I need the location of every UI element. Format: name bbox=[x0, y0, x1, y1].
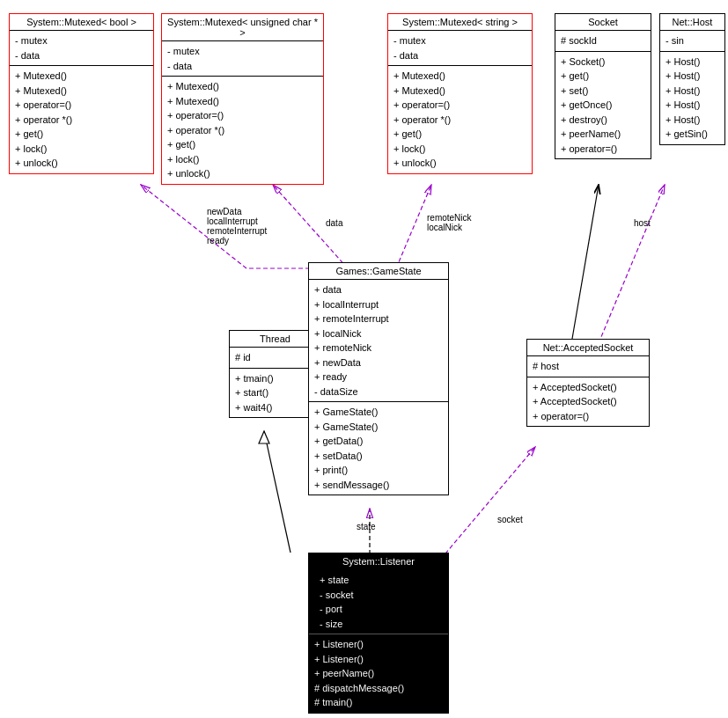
net-host-title: Net::Host bbox=[660, 14, 724, 31]
net-host-fields: - sin bbox=[660, 31, 724, 52]
net-accepted-methods: + AcceptedSocket()+ AcceptedSocket()+ op… bbox=[527, 377, 649, 427]
gamestate-box: Games::GameState + data+ localInterrupt+… bbox=[308, 262, 449, 495]
svg-marker-10 bbox=[259, 431, 269, 443]
listener-title: System::Listener bbox=[309, 553, 448, 570]
gamestate-fields: + data+ localInterrupt+ remoteInterrupt+… bbox=[309, 280, 448, 402]
label-state: state bbox=[357, 522, 376, 531]
svg-line-7 bbox=[572, 185, 599, 339]
gamestate-title: Games::GameState bbox=[309, 263, 448, 280]
svg-line-8 bbox=[599, 185, 665, 343]
thread-methods: + tmain()+ start()+ wait4() bbox=[230, 369, 320, 418]
mutexed-uchar-fields: - mutex- data bbox=[162, 41, 323, 77]
label-newdata: newDatalocalInterruptremoteInterruptread… bbox=[207, 207, 267, 245]
mutexed-string-box: System::Mutexed< string > - mutex- data … bbox=[387, 13, 533, 174]
mutexed-bool-fields: - mutex- data bbox=[10, 31, 153, 66]
uml-diagram: System::Mutexed< bool > - mutex- data + … bbox=[0, 0, 728, 718]
listener-box: System::Listener + state - socket - port… bbox=[308, 553, 449, 714]
socket-methods: + Socket()+ get()+ set()+ getOnce()+ des… bbox=[555, 52, 651, 159]
socket-title: Socket bbox=[555, 14, 651, 31]
thread-title: Thread bbox=[230, 331, 320, 348]
label-remotenick: remoteNicklocalNick bbox=[427, 213, 472, 232]
listener-methods: + Listener()+ Listener()+ peerName()# di… bbox=[309, 634, 448, 713]
svg-line-3 bbox=[396, 185, 431, 268]
svg-line-9 bbox=[264, 431, 290, 553]
net-host-methods: + Host()+ Host()+ Host()+ Host()+ Host()… bbox=[660, 52, 724, 144]
mutexed-bool-title: System::Mutexed< bool > bbox=[10, 14, 153, 31]
thread-fields: # id bbox=[230, 348, 320, 369]
mutexed-uchar-methods: + Mutexed()+ Mutexed()+ operator=()+ ope… bbox=[162, 77, 323, 184]
mutexed-bool-methods: + Mutexed()+ Mutexed()+ operator=()+ ope… bbox=[10, 66, 153, 173]
socket-fields: # sockId bbox=[555, 31, 651, 52]
mutexed-string-title: System::Mutexed< string > bbox=[388, 14, 532, 31]
mutexed-bool-box: System::Mutexed< bool > - mutex- data + … bbox=[9, 13, 154, 174]
mutexed-uchar-title: System::Mutexed< unsigned char * > bbox=[162, 14, 323, 41]
label-data: data bbox=[326, 218, 342, 228]
listener-fields: + state - socket - port - size bbox=[309, 570, 448, 634]
label-socket: socket bbox=[497, 515, 523, 524]
mutexed-string-methods: + Mutexed()+ Mutexed()+ operator=()+ ope… bbox=[388, 66, 532, 173]
mutexed-uchar-box: System::Mutexed< unsigned char * > - mut… bbox=[161, 13, 324, 185]
socket-box: Socket # sockId + Socket()+ get()+ set()… bbox=[555, 13, 651, 159]
net-accepted-box: Net::AcceptedSocket # host + AcceptedSoc… bbox=[526, 339, 650, 427]
net-host-box: Net::Host - sin + Host()+ Host()+ Host()… bbox=[659, 13, 725, 145]
mutexed-string-fields: - mutex- data bbox=[388, 31, 532, 66]
label-host: host bbox=[634, 218, 651, 228]
net-accepted-title: Net::AcceptedSocket bbox=[527, 340, 649, 356]
net-accepted-fields: # host bbox=[527, 356, 649, 377]
gamestate-methods: + GameState()+ GameState()+ getData()+ s… bbox=[309, 402, 448, 495]
